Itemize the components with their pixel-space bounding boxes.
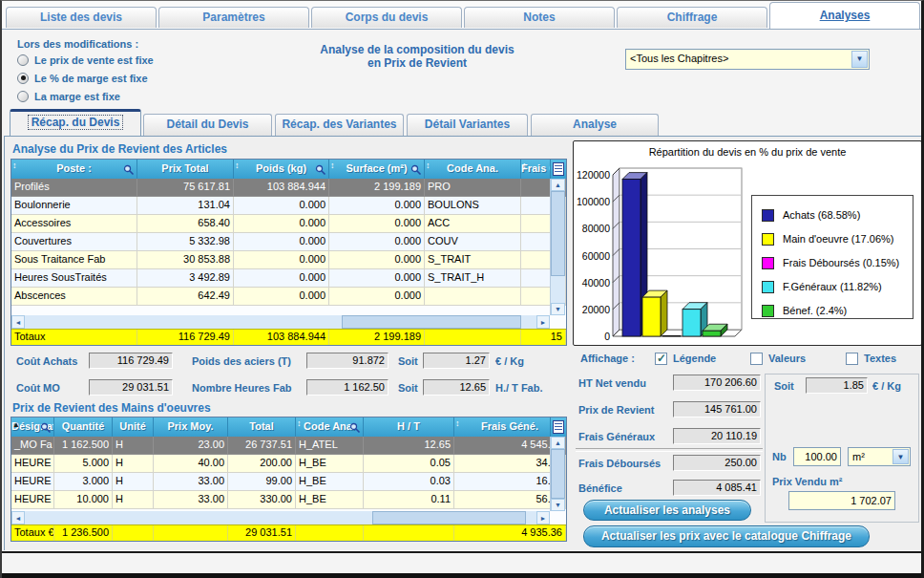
table-row[interactable]: Accessoires658.400.0000.000ACC bbox=[11, 215, 566, 233]
table-cell: COUV bbox=[425, 233, 521, 251]
legend-swatch bbox=[762, 281, 774, 293]
cout-achats-field[interactable]: 116 729.49 bbox=[89, 353, 173, 369]
table-cell: 10.000 bbox=[54, 491, 113, 509]
soit-euro-kg-field[interactable]: 1.85 bbox=[806, 377, 868, 394]
table-row[interactable]: Heures SousTraités3 492.890.0000.000S_TR… bbox=[11, 269, 566, 288]
scroll-left-icon[interactable]: ◄ bbox=[11, 315, 25, 329]
heures-fab-field[interactable]: 1 162.50 bbox=[306, 379, 388, 396]
column-header[interactable]: ↕Surface (m²) bbox=[329, 160, 425, 179]
frais-debourses-field[interactable]: 250.00 bbox=[673, 455, 761, 471]
table-row[interactable]: Couvertures5 332.980.0000.000COUV bbox=[11, 233, 566, 251]
scrollbar-thumb[interactable] bbox=[551, 191, 565, 276]
search-icon[interactable] bbox=[123, 163, 135, 179]
table-row[interactable]: Abscences642.490.0000.000 bbox=[11, 288, 566, 306]
table-row[interactable]: HEURE3.000H33.0099.00H_BE0.0316.83 bbox=[11, 473, 566, 491]
poids-aciers-label: Poids des aciers (T) bbox=[192, 355, 291, 367]
checkbox-label[interactable]: Légende bbox=[673, 353, 716, 364]
subtab-detail-du-devis[interactable]: Détail du Devis bbox=[143, 114, 272, 136]
column-header[interactable]: Prix Moy. bbox=[154, 417, 228, 437]
scroll-right-icon[interactable]: ► bbox=[536, 315, 550, 329]
totals-cell: 29 031.51 bbox=[228, 525, 296, 541]
radio-pct-marge-fixe[interactable] bbox=[17, 73, 29, 84]
search-icon[interactable] bbox=[40, 421, 52, 437]
table-cell: 0.05 bbox=[364, 455, 454, 473]
prix-vendu-field[interactable]: 1 702.07 bbox=[788, 491, 895, 510]
tab-liste-des-devis[interactable]: Liste des devis bbox=[6, 7, 157, 28]
checkbox-valeurs[interactable] bbox=[750, 353, 763, 365]
table-row[interactable]: Boulonnerie131.040.0000.000BOULONS bbox=[11, 197, 566, 215]
table-cell: 12.65 bbox=[364, 437, 454, 455]
tab-notes[interactable]: Notes bbox=[464, 7, 615, 28]
horizontal-scrollbar[interactable]: ◄► bbox=[11, 511, 550, 524]
ht-net-vendu-field[interactable]: 170 206.60 bbox=[673, 375, 761, 391]
frais-generaux-field[interactable]: 20 110.19 bbox=[673, 428, 761, 444]
column-header[interactable]: Quantité bbox=[54, 417, 113, 437]
nb-field[interactable]: 100.00 bbox=[793, 447, 841, 466]
soit-h-field[interactable]: 12.65 bbox=[423, 379, 490, 396]
column-header[interactable]: H / T bbox=[364, 417, 454, 437]
chevron-down-icon[interactable]: ▼ bbox=[892, 449, 909, 464]
radio-prix-vente-fixe[interactable] bbox=[17, 54, 29, 66]
table-row[interactable]: Profilés75 617.81103 884.9442 199.189PRO bbox=[11, 179, 566, 197]
tab-chiffrage[interactable]: Chiffrage bbox=[617, 7, 767, 28]
benefice-field[interactable]: 4 085.41 bbox=[673, 480, 761, 496]
radio-label[interactable]: La marge est fixe bbox=[34, 91, 120, 102]
radio-label[interactable]: Le prix de vente est fixe bbox=[34, 54, 154, 66]
poids-aciers-field[interactable]: 91.872 bbox=[306, 353, 388, 369]
column-header[interactable]: Total bbox=[228, 417, 296, 437]
checkbox-legende[interactable] bbox=[655, 353, 667, 365]
checkbox-label[interactable]: Textes bbox=[864, 353, 896, 364]
column-header[interactable]: ↕Code Ana. bbox=[296, 417, 364, 437]
subtab-detail-variantes[interactable]: Détail Variantes bbox=[407, 114, 528, 136]
chart-legend: Achats (68.58%)Main d'oeuvre (17.06%)Fra… bbox=[751, 195, 914, 319]
horizontal-scrollbar[interactable]: ◄► bbox=[11, 315, 550, 329]
column-header[interactable]: Prix Total bbox=[137, 160, 234, 179]
scroll-right-icon[interactable]: ► bbox=[536, 511, 550, 524]
tab-corps-du-devis[interactable]: Corps du devis bbox=[311, 7, 462, 28]
subtab-analyse[interactable]: Analyse bbox=[531, 114, 659, 136]
table-cell: Heures SousTraités bbox=[11, 269, 137, 288]
refresh-analyses-button[interactable]: Actualiser les analyses bbox=[583, 500, 751, 521]
subtab-recap-des-variantes[interactable]: Récap. des Variantes bbox=[275, 114, 404, 136]
tab-analyses[interactable]: Analyses bbox=[769, 2, 920, 29]
prix-de-revient-field[interactable]: 145 761.00 bbox=[673, 401, 761, 417]
scroll-down-icon[interactable]: ▼ bbox=[551, 499, 565, 511]
search-icon[interactable] bbox=[410, 163, 422, 179]
table-row[interactable]: _MO Fa1 162.500H23.0026 737.51H_ATEL12.6… bbox=[11, 437, 566, 455]
table-row[interactable]: HEURE5.000H40.00200.00H_BE0.0534.00 bbox=[11, 455, 566, 473]
column-header[interactable]: ↕Poids (kg) bbox=[234, 160, 329, 179]
soit-kg-field[interactable]: 1.27 bbox=[423, 353, 490, 369]
cout-mo-field[interactable]: 29 031.51 bbox=[89, 379, 173, 396]
scroll-down-icon[interactable]: ▼ bbox=[551, 303, 565, 315]
column-header[interactable]: ↕Poste : bbox=[11, 160, 137, 179]
subtab-recap-du-devis[interactable]: Récap. du Devis bbox=[10, 109, 141, 136]
radio-marge-fixe[interactable] bbox=[17, 91, 29, 102]
scrollbar-thumb[interactable] bbox=[372, 511, 526, 524]
table-cell: 0.03 bbox=[364, 473, 454, 491]
scroll-up-icon[interactable]: ▲ bbox=[551, 437, 565, 449]
table-menu-button[interactable] bbox=[550, 417, 566, 437]
checkbox-textes[interactable] bbox=[846, 353, 858, 365]
search-icon[interactable] bbox=[315, 163, 326, 179]
vertical-scrollbar[interactable]: ▲▼ bbox=[550, 179, 565, 315]
column-header[interactable]: ▲Désignation bbox=[11, 417, 54, 437]
table-row[interactable]: Sous Traitance Fab30 853.880.0000.000S_T… bbox=[11, 251, 566, 269]
unit-select[interactable]: m² ▼ bbox=[848, 447, 911, 466]
column-header[interactable]: ↕Code Ana. bbox=[425, 160, 521, 179]
table-menu-button[interactable] bbox=[550, 160, 566, 179]
scrollbar-thumb[interactable] bbox=[342, 315, 521, 329]
checkbox-label[interactable]: Valeurs bbox=[768, 353, 806, 364]
search-icon[interactable] bbox=[349, 421, 361, 437]
scrollbar-thumb[interactable] bbox=[551, 449, 565, 499]
tab-parametres[interactable]: Paramètres bbox=[158, 7, 309, 28]
chapter-select-value: <Tous les Chapitres> bbox=[630, 53, 728, 64]
scroll-left-icon[interactable]: ◄ bbox=[11, 511, 25, 524]
vertical-scrollbar[interactable]: ▲▼ bbox=[550, 437, 565, 511]
refresh-prices-button[interactable]: Actualiser les prix avec le catalogue Ch… bbox=[583, 525, 870, 547]
chevron-down-icon[interactable]: ▼ bbox=[851, 51, 868, 68]
table-row[interactable]: HEURE10.000H33.00330.00H_BE0.1156.10 bbox=[11, 491, 566, 509]
chapter-select[interactable]: <Tous les Chapitres> ▼ bbox=[625, 49, 870, 70]
column-header[interactable]: Unité bbox=[113, 417, 154, 437]
radio-label[interactable]: Le % de marge est fixe bbox=[34, 73, 148, 84]
scroll-up-icon[interactable]: ▲ bbox=[551, 179, 565, 191]
